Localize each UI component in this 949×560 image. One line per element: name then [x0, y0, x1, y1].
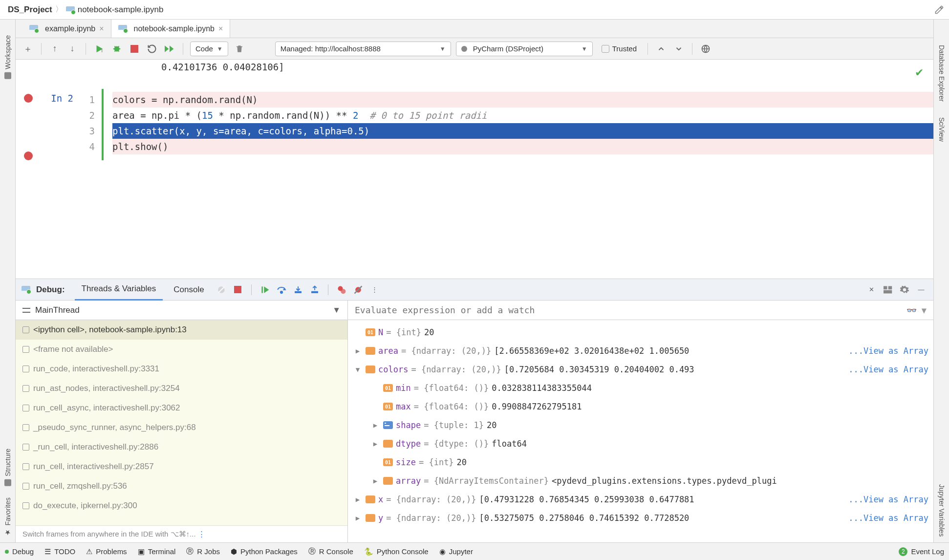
rail-sciview[interactable]: SciView: [938, 108, 946, 148]
move-up-button[interactable]: ↑: [48, 43, 61, 55]
view-as-array-link[interactable]: ...View as Array: [848, 346, 928, 356]
close-debug-button[interactable]: ✕: [865, 283, 878, 296]
view-as-array-link[interactable]: ...View as Array: [848, 365, 928, 374]
collapse-down-button[interactable]: [672, 43, 685, 55]
variable-row[interactable]: 01N = {int} 20: [348, 323, 933, 342]
frame-item[interactable]: run_cell, interactiveshell.py:2857: [16, 457, 347, 476]
variable-row[interactable]: ▶dtype = {dtype: ()} float64: [348, 434, 933, 453]
step-out-button[interactable]: [308, 283, 321, 296]
edit-icon[interactable]: [934, 5, 944, 15]
type-badge-icon: [383, 440, 393, 448]
status-jupyter[interactable]: ◉Jupyter: [439, 547, 473, 556]
layout-button[interactable]: [882, 283, 894, 296]
watch-input[interactable]: [355, 305, 902, 315]
frame-icon: [22, 483, 29, 490]
code-cell[interactable]: In 2 1234 colors = np.random.rand(N) are…: [16, 89, 933, 160]
expand-toggle[interactable]: ▶: [353, 347, 363, 355]
rail-workspace[interactable]: Workspace: [4, 29, 12, 85]
variable-row[interactable]: 01size = {int} 20: [348, 453, 933, 472]
code-body[interactable]: colors = np.random.rand(N) area = np.pi …: [104, 89, 933, 160]
frame-item[interactable]: run_code, interactiveshell.py:3331: [16, 359, 347, 379]
expand-toggle[interactable]: ▶: [353, 514, 363, 522]
variable-row[interactable]: ▼colors = {ndarray: (20,)} [0.7205684 0.…: [348, 360, 933, 379]
status-problems[interactable]: ⚠Problems: [86, 547, 127, 556]
status-python-packages[interactable]: ⬢Python Packages: [231, 547, 298, 556]
delete-cell-button[interactable]: [233, 43, 246, 55]
tab-threads-variables[interactable]: Threads & Variables: [75, 279, 163, 301]
move-down-button[interactable]: ↓: [66, 43, 79, 55]
svg-rect-7: [261, 286, 263, 293]
trusted-checkbox[interactable]: Trusted: [602, 44, 637, 53]
view-breakpoints-button[interactable]: [335, 283, 348, 296]
selected-line[interactable]: plt.scatter(x, y, s=area, c=colors, alph…: [112, 123, 933, 139]
breakpoint-marker[interactable]: [24, 151, 33, 160]
breakpoint-marker[interactable]: [24, 94, 33, 103]
minimize-icon[interactable]: —: [915, 283, 927, 296]
frame-item[interactable]: run_cell_async, interactiveshell.py:3062: [16, 398, 347, 418]
rail-structure[interactable]: Structure: [4, 443, 12, 492]
variable-row[interactable]: 01min = {float64: ()} 0.0328381143833550…: [348, 379, 933, 397]
status-r-console[interactable]: ⓇR Console: [308, 547, 353, 556]
resume-button[interactable]: [259, 283, 271, 296]
status-debug[interactable]: Debug: [5, 547, 34, 556]
debug-button[interactable]: [110, 43, 123, 55]
add-cell-button[interactable]: ＋: [22, 43, 34, 55]
cell-type-dropdown[interactable]: Code▼: [190, 42, 228, 56]
frame-item[interactable]: _pseudo_sync_runner, async_helpers.py:68: [16, 418, 347, 437]
stop-button[interactable]: [128, 43, 141, 55]
expand-toggle[interactable]: ▶: [370, 421, 380, 429]
step-into-button[interactable]: [292, 283, 304, 296]
r-icon: Ⓡ: [308, 547, 316, 556]
run-all-button[interactable]: [163, 43, 176, 55]
globe-icon[interactable]: [699, 43, 712, 55]
rail-jupyter-variables[interactable]: Jupyter Variables: [938, 474, 946, 542]
rail-favorites[interactable]: ★Favorites: [4, 492, 12, 542]
rail-database-explorer[interactable]: Database Explorer: [938, 29, 946, 108]
status-todo[interactable]: ☰TODO: [44, 547, 75, 556]
frame-item[interactable]: run_ast_nodes, interactiveshell.py:3254: [16, 379, 347, 398]
status-terminal[interactable]: ▣Terminal: [138, 547, 176, 556]
server-dropdown[interactable]: Managed: http://localhost:8888▼: [275, 42, 451, 56]
restart-button[interactable]: [146, 43, 158, 55]
settings-icon[interactable]: [898, 283, 911, 296]
kernel-dropdown[interactable]: PyCharm (DSProject)▼: [456, 42, 593, 56]
step-over-button[interactable]: [275, 283, 288, 296]
run-button[interactable]: I: [93, 43, 106, 55]
frame-item[interactable]: run_cell, zmqshell.py:536: [16, 476, 347, 496]
more-icon[interactable]: ⋮: [368, 283, 381, 296]
expand-toggle[interactable]: ▶: [370, 440, 380, 448]
glasses-icon[interactable]: 👓: [906, 305, 917, 315]
expand-toggle[interactable]: ▼: [353, 366, 363, 373]
frame-item[interactable]: <frame not available>: [16, 340, 347, 359]
expand-toggle[interactable]: ▶: [353, 495, 363, 503]
variable-row[interactable]: ▶area = {ndarray: (20,)} [2.66558369e+02…: [348, 342, 933, 360]
close-icon[interactable]: ×: [218, 24, 223, 33]
close-icon[interactable]: ×: [99, 24, 104, 33]
view-as-array-link[interactable]: ...View as Array: [848, 495, 928, 504]
frame-item[interactable]: do_execute, ipkernel.py:300: [16, 496, 347, 516]
collapse-up-button[interactable]: [655, 43, 668, 55]
tab-notebook-sample[interactable]: notebook-sample.ipynb ×: [111, 20, 231, 38]
mute-breakpoints-button[interactable]: [215, 283, 228, 296]
tab-console[interactable]: Console: [167, 279, 211, 301]
thread-selector[interactable]: MainThread ▼: [16, 301, 347, 320]
expand-toggle[interactable]: ▶: [370, 477, 380, 485]
variable-row[interactable]: 01max = {float64: ()} 0.9908847262795181: [348, 397, 933, 416]
stop-debug-button[interactable]: [232, 283, 244, 296]
breakpoint-gutter[interactable]: [16, 89, 41, 160]
variable-row[interactable]: ▶array = {NdArrayItemsContainer} <pydevd…: [348, 472, 933, 490]
variable-row[interactable]: ▶y = {ndarray: (20,)} [0.53275075 0.2758…: [348, 509, 933, 527]
frame-item[interactable]: _run_cell, interactiveshell.py:2886: [16, 437, 347, 457]
frame-item[interactable]: <ipython cell>, notebook-sample.ipynb:13: [16, 320, 347, 340]
variable-row[interactable]: ▶x = {ndarray: (20,)} [0.47931228 0.7685…: [348, 490, 933, 509]
chevron-down-icon[interactable]: ▼: [922, 305, 927, 315]
mute-button[interactable]: [352, 283, 365, 296]
status-r-jobs[interactable]: ⓇR Jobs: [186, 547, 220, 556]
breadcrumb-file[interactable]: notebook-sample.ipynb: [63, 5, 167, 15]
status-python-console[interactable]: 🐍Python Console: [364, 547, 429, 556]
view-as-array-link[interactable]: ...View as Array: [848, 513, 928, 523]
tab-example[interactable]: example.ipynb ×: [22, 20, 111, 38]
variable-row[interactable]: ▶shape = {tuple: 1} 20: [348, 416, 933, 434]
breadcrumb-project[interactable]: DS_Project: [5, 5, 55, 15]
status-event-log[interactable]: 2Event Log: [899, 547, 944, 556]
